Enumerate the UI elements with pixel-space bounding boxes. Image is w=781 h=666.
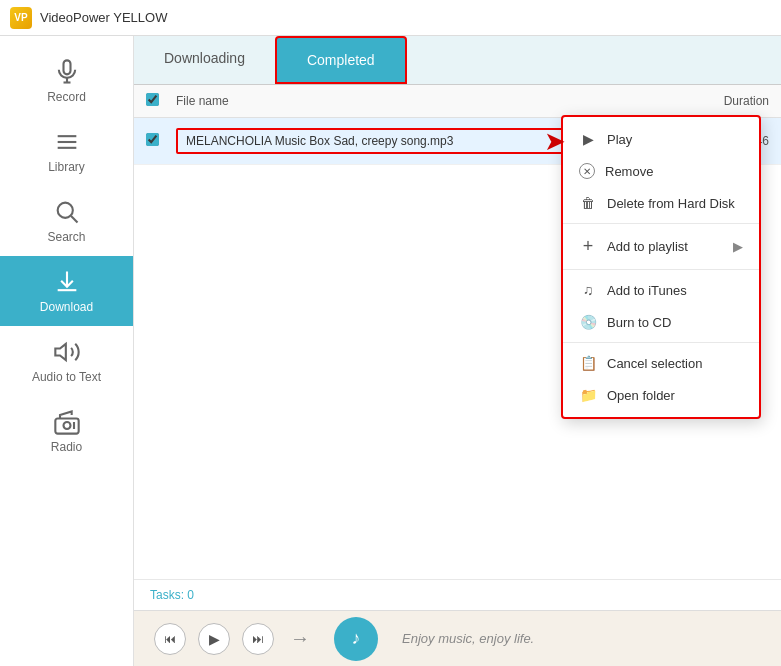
tab-downloading[interactable]: Downloading [134,36,275,84]
tasks-label: Tasks: [150,588,184,602]
sidebar-label-library: Library [48,160,85,174]
sidebar-item-audio-to-text[interactable]: Audio to Text [0,326,133,396]
context-menu-remove[interactable]: ✕ Remove [563,155,759,187]
cancel-selection-icon: 📋 [579,355,597,371]
header-filename: File name [176,94,669,108]
content-area: Downloading Completed File name Duration… [134,36,781,666]
title-bar: VP VideoPower YELLOW [0,0,781,36]
sidebar-label-audio-to-text: Audio to Text [32,370,101,384]
sidebar-item-record[interactable]: Record [0,46,133,116]
folder-icon: 📁 [579,387,597,403]
itunes-icon: ♫ [579,282,597,298]
context-menu-burn-cd[interactable]: 💿 Burn to CD [563,306,759,338]
table-area: File name Duration ▼ MELANCHOLIA Music B… [134,85,781,579]
main-layout: Record Library Search [0,36,781,666]
context-menu-play-label: Play [607,132,632,147]
search-icon [53,198,81,226]
sidebar-label-record: Record [47,90,86,104]
add-icon: + [579,236,597,257]
header-duration: Duration [669,94,769,108]
context-menu-burn-cd-label: Burn to CD [607,315,671,330]
context-menu-open-folder[interactable]: 📁 Open folder [563,379,759,411]
svg-rect-10 [55,419,78,434]
row-check [146,133,176,149]
prev-button[interactable]: ⏮ [154,623,186,655]
play-icon: ▶ [579,131,597,147]
submenu-arrow-icon: ▶ [733,239,743,254]
header-checkbox[interactable] [146,93,159,106]
sidebar-item-download[interactable]: Download [0,256,133,326]
music-note-button[interactable]: ♪ [334,617,378,661]
svg-marker-9 [55,344,66,360]
next-button[interactable]: ⏭ [242,623,274,655]
context-menu: ▶ Play ✕ Remove 🗑 Delete from Hard Disk … [561,115,761,419]
player-arrow-icon: → [290,627,310,650]
player-bar: ⏮ ▶ ⏭ → ♪ Enjoy music, enjoy life. [134,610,781,666]
svg-point-11 [63,422,70,429]
context-menu-delete[interactable]: 🗑 Delete from Hard Disk [563,187,759,219]
sidebar-item-radio[interactable]: Radio [0,396,133,466]
remove-icon: ✕ [579,163,595,179]
player-tagline: Enjoy music, enjoy life. [402,631,534,646]
tabs-bar: Downloading Completed [134,36,781,85]
context-menu-add-playlist-label: Add to playlist [607,239,688,254]
delete-icon: 🗑 [579,195,597,211]
radio-icon [53,408,81,436]
context-menu-add-itunes-label: Add to iTunes [607,283,687,298]
svg-line-8 [71,216,77,222]
audio-to-text-icon [53,338,81,366]
context-menu-divider-3 [563,342,759,343]
sidebar-label-download: Download [40,300,93,314]
context-menu-divider-1 [563,223,759,224]
context-menu-delete-label: Delete from Hard Disk [607,196,735,211]
download-icon [53,268,81,296]
svg-rect-0 [63,60,70,74]
sidebar-label-radio: Radio [51,440,82,454]
sidebar: Record Library Search [0,36,134,666]
app-title: VideoPower YELLOW [40,10,167,25]
context-menu-play[interactable]: ▶ Play [563,123,759,155]
sidebar-item-search[interactable]: Search [0,186,133,256]
sidebar-item-library[interactable]: Library [0,116,133,186]
sidebar-label-search: Search [47,230,85,244]
library-icon [53,128,81,156]
context-menu-cancel-selection-label: Cancel selection [607,356,702,371]
context-menu-add-playlist[interactable]: + Add to playlist ▶ [563,228,759,265]
tasks-count: 0 [187,588,194,602]
cd-icon: 💿 [579,314,597,330]
context-menu-open-folder-label: Open folder [607,388,675,403]
microphone-icon [53,58,81,86]
table-header: File name Duration [134,85,781,118]
status-bar: Tasks: 0 [134,579,781,610]
context-menu-add-itunes[interactable]: ♫ Add to iTunes [563,274,759,306]
context-menu-remove-label: Remove [605,164,653,179]
context-menu-cancel-selection[interactable]: 📋 Cancel selection [563,347,759,379]
app-logo: VP [10,7,32,29]
context-menu-divider-2 [563,269,759,270]
header-check [146,93,176,109]
play-button[interactable]: ▶ [198,623,230,655]
svg-point-7 [57,203,72,218]
tab-completed[interactable]: Completed [275,36,407,84]
row-checkbox[interactable] [146,133,159,146]
